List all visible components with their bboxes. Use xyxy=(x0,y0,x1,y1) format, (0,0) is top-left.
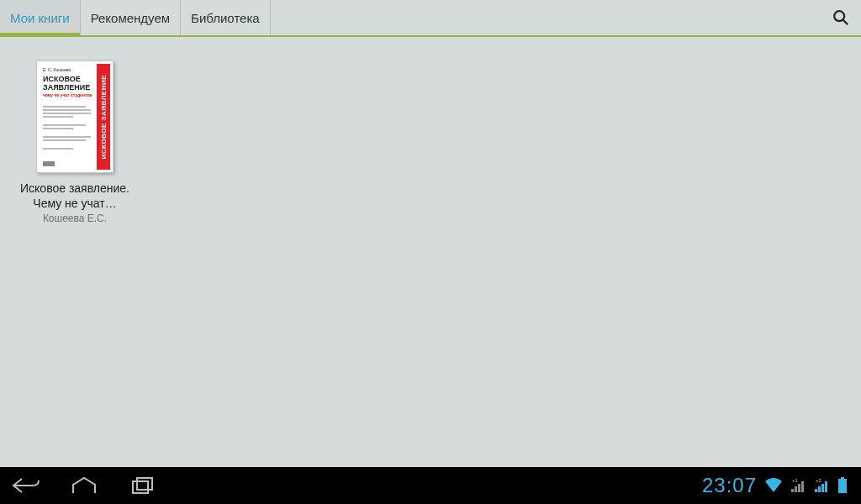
android-navbar: 23:07 +1 +2 xyxy=(0,467,861,504)
book-cover-body: Е. С. Кошеева ИСКОВОЕ ЗАЯВЛЕНИЕ чему не … xyxy=(40,64,110,170)
svg-rect-5 xyxy=(791,489,794,492)
cover-subtitle: чему не учат студентов xyxy=(43,93,93,98)
svg-rect-11 xyxy=(818,486,821,492)
battery-icon xyxy=(837,477,848,494)
tab-label: Мои книги xyxy=(10,11,70,25)
svg-line-1 xyxy=(843,20,848,25)
search-icon xyxy=(832,8,850,27)
svg-text:+1: +1 xyxy=(792,478,799,483)
book-title: Исковое заявление. Чему не учат… xyxy=(8,181,142,211)
tab-recommended[interactable]: Рекомендуем xyxy=(81,0,181,35)
wifi-icon xyxy=(763,477,784,494)
svg-rect-13 xyxy=(825,481,827,492)
spine-text: ИСКОВОЕ ЗАЯВЛЕНИЕ xyxy=(100,75,108,159)
nav-left-group xyxy=(8,474,160,497)
cover-fake-text xyxy=(43,106,93,150)
svg-rect-10 xyxy=(815,489,817,492)
tab-label: Библиотека xyxy=(191,11,260,25)
recents-button[interactable] xyxy=(126,474,160,497)
search-button[interactable] xyxy=(821,0,861,35)
tab-my-books[interactable]: Мои книги xyxy=(0,0,81,35)
svg-rect-14 xyxy=(841,477,844,479)
cover-author-line: Е. С. Кошеева xyxy=(43,67,93,72)
svg-rect-12 xyxy=(821,484,824,492)
book-author: Кошеева Е.С. xyxy=(43,213,107,224)
tab-library[interactable]: Библиотека xyxy=(181,0,271,35)
topbar: Мои книги Рекомендуем Библиотека xyxy=(0,0,861,37)
svg-rect-3 xyxy=(137,478,152,490)
svg-rect-6 xyxy=(795,486,797,492)
svg-rect-2 xyxy=(133,481,148,493)
svg-rect-8 xyxy=(801,481,804,492)
svg-rect-15 xyxy=(838,479,847,493)
tabs: Мои книги Рекомендуем Библиотека xyxy=(0,0,271,35)
nav-right-group: 23:07 +1 +2 xyxy=(702,474,848,497)
tab-label: Рекомендуем xyxy=(91,11,170,25)
home-button[interactable] xyxy=(67,474,101,497)
topbar-spacer xyxy=(271,0,821,35)
home-icon xyxy=(70,476,98,495)
svg-rect-7 xyxy=(798,484,800,492)
signal-sim1-icon: +1 xyxy=(790,477,807,494)
signal-sim2-icon: +2 xyxy=(814,477,831,494)
book-card[interactable]: Е. С. Кошеева ИСКОВОЕ ЗАЯВЛЕНИЕ чему не … xyxy=(12,60,138,224)
cover-publisher-mark xyxy=(43,161,55,166)
cover-title-line-1: ИСКОВОЕ xyxy=(43,76,93,83)
svg-point-0 xyxy=(834,11,844,21)
content-area: Е. С. Кошеева ИСКОВОЕ ЗАЯВЛЕНИЕ чему не … xyxy=(0,37,861,467)
back-icon xyxy=(11,476,40,495)
cover-title-line-2: ЗАЯВЛЕНИЕ xyxy=(43,84,93,92)
status-clock: 23:07 xyxy=(702,474,757,497)
recents-icon xyxy=(129,476,157,495)
book-cover: Е. С. Кошеева ИСКОВОЕ ЗАЯВЛЕНИЕ чему не … xyxy=(36,60,114,173)
cover-spine: ИСКОВОЕ ЗАЯВЛЕНИЕ xyxy=(97,64,110,170)
svg-text:+2: +2 xyxy=(816,478,822,483)
back-button[interactable] xyxy=(8,474,42,497)
